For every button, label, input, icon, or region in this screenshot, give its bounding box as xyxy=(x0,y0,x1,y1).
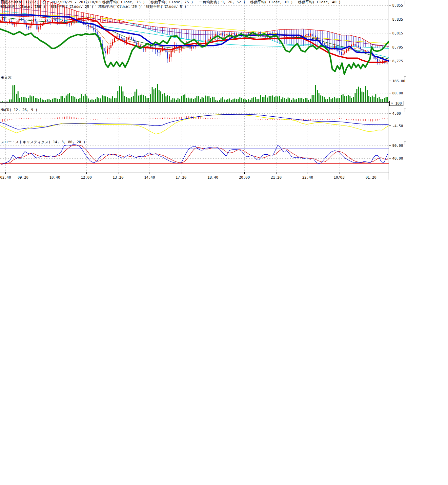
volume-bar xyxy=(351,98,352,103)
candle-body xyxy=(209,39,210,41)
volume-bar xyxy=(305,98,306,103)
candle-body xyxy=(93,28,94,30)
volume-bar xyxy=(38,99,39,103)
volume-bar xyxy=(363,92,364,102)
panel-resize-handle[interactable] xyxy=(404,108,406,112)
candle-body xyxy=(128,37,129,40)
volume-bar xyxy=(186,98,187,103)
volume-bar xyxy=(124,96,125,102)
volume-bar xyxy=(318,93,319,103)
volume-bar xyxy=(227,99,228,102)
candle-body xyxy=(346,50,347,51)
volume-bar xyxy=(54,98,55,103)
volume-bar xyxy=(181,96,182,102)
time-tick-label: 02:40 xyxy=(0,175,11,180)
candle-body xyxy=(136,43,137,45)
candle-body xyxy=(167,52,168,59)
volume-bar xyxy=(207,96,208,102)
volume-bar xyxy=(12,85,13,102)
volume-bar xyxy=(387,97,388,102)
volume-bar xyxy=(269,96,270,102)
volume-bar xyxy=(262,97,263,102)
candle-body xyxy=(104,48,105,51)
candle-body xyxy=(313,36,314,36)
volume-bar xyxy=(122,91,123,102)
chart-canvas[interactable]: 8,8558,8358,8158,7958,775185.0080.004.00… xyxy=(0,0,448,184)
volume-bar xyxy=(246,100,247,102)
indicator-label: 移動平均( Close, 150 ) xyxy=(1,5,46,9)
candle-body xyxy=(298,36,299,36)
candle-body xyxy=(112,42,113,45)
volume-bar xyxy=(299,98,300,102)
volume-bar xyxy=(341,95,342,102)
volume-bar xyxy=(198,96,199,103)
stochastics-panel xyxy=(0,145,389,165)
volume-bar xyxy=(245,99,246,102)
volume-bar xyxy=(196,96,197,102)
volume-bar xyxy=(81,94,82,102)
candle-body xyxy=(33,19,34,22)
volume-bar xyxy=(296,99,297,102)
volume-bar xyxy=(160,91,161,103)
candle-body xyxy=(245,34,246,35)
volume-bar xyxy=(375,94,376,103)
volume-bar xyxy=(384,98,385,103)
volume-bar xyxy=(346,96,347,102)
volume-bar xyxy=(49,99,50,103)
axis-tick-label: 8,795 xyxy=(392,45,403,49)
candle-body xyxy=(226,34,227,35)
volume-bar xyxy=(114,98,115,102)
candle-body xyxy=(310,34,311,35)
volume-bar xyxy=(136,89,137,103)
indicator-label: 移動平均( Close, 75 ) xyxy=(102,0,145,4)
volume-bar xyxy=(134,92,135,103)
candle-body xyxy=(317,37,318,40)
bracket-icon xyxy=(404,1,406,5)
candle-body xyxy=(129,37,130,38)
volume-bar xyxy=(74,97,75,103)
candle-body xyxy=(131,37,132,39)
candle-body xyxy=(117,36,118,36)
volume-bar xyxy=(148,98,149,102)
candle-body xyxy=(234,33,235,35)
panel-resize-handle[interactable] xyxy=(404,141,406,145)
volume-bar xyxy=(31,96,32,102)
volume-bar xyxy=(372,96,373,103)
volume-bar xyxy=(353,97,354,103)
candle-body xyxy=(353,44,354,45)
candle-body xyxy=(293,36,294,38)
volume-bar xyxy=(179,99,180,102)
volume-bar xyxy=(128,98,129,102)
candle-body xyxy=(30,26,31,28)
volume-bar xyxy=(365,86,366,102)
volume-bar xyxy=(209,96,210,103)
candle-body xyxy=(256,34,257,34)
time-tick-label: 09:20 xyxy=(17,175,28,180)
volume-bar xyxy=(88,98,89,102)
panel-resize-handle[interactable] xyxy=(404,1,406,5)
volume-bar xyxy=(331,99,332,102)
volume-bar xyxy=(324,97,325,102)
volume-bar xyxy=(167,95,168,103)
volume-bar xyxy=(248,99,249,102)
indicator-label: 移動平均( Close, 25 ) xyxy=(51,5,93,9)
volume-bar xyxy=(25,97,26,102)
volume-bar xyxy=(169,96,170,103)
time-tick-label: 12:00 xyxy=(81,175,92,180)
volume-bar xyxy=(252,98,253,103)
macd-panel-label: MACD( 12, 26, 9 ) xyxy=(1,108,38,112)
candle-body xyxy=(148,46,149,46)
volume-bar xyxy=(275,96,276,102)
candle-body xyxy=(377,59,378,62)
candle-body xyxy=(45,20,46,22)
volume-bar xyxy=(317,90,318,102)
candle-body xyxy=(138,45,139,45)
candle-body xyxy=(19,19,20,21)
indicator-label: 移動平均( Close, 10 ) xyxy=(250,0,293,4)
time-tick-label: 10:40 xyxy=(49,175,60,180)
candle-body xyxy=(339,51,340,52)
candle-body xyxy=(375,59,376,59)
volume-bar xyxy=(339,98,340,103)
axis-tick-label: 40.00 xyxy=(392,156,403,161)
volume-bar xyxy=(332,98,333,102)
